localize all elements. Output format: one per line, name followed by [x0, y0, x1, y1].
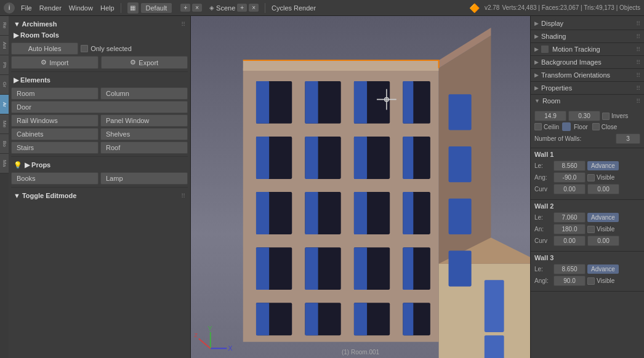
pr-more: ⠿	[636, 85, 640, 92]
top-menu[interactable]: File Render Window Help	[21, 4, 115, 12]
svg-rect-32	[256, 247, 269, 290]
shading-header[interactable]: ▶ Shading ⠿	[531, 30, 644, 42]
lamp-btn[interactable]: Lamp	[100, 172, 188, 185]
tr-tri: ▶	[534, 72, 539, 78]
wall2-le-value[interactable]	[553, 212, 586, 223]
wall3-ang-value[interactable]	[553, 276, 586, 286]
wall1-visible-label: Visible	[597, 174, 614, 181]
side-tab-arch[interactable]: Ar	[0, 95, 9, 114]
room-btn[interactable]: Room	[11, 87, 99, 100]
auto-holes-btn[interactable]: Auto Holes	[11, 42, 78, 55]
wall1-le-value[interactable]	[553, 161, 586, 171]
num-walls-value[interactable]	[616, 133, 640, 144]
motion-tracking-header[interactable]: ▶ Motion Tracking ⠿	[531, 43, 644, 55]
tr-more: ⠿	[636, 72, 640, 79]
display-label: Display	[541, 20, 563, 27]
menu-window[interactable]: Window	[69, 4, 93, 12]
svg-rect-49	[449, 199, 472, 234]
add-scene2-btn[interactable]: +	[237, 4, 247, 12]
wall2-advance-btn[interactable]: Advance	[587, 213, 619, 222]
wall1-curv-val1[interactable]	[553, 184, 586, 194]
add-scene-btn[interactable]: +	[180, 4, 190, 12]
blender-version: v2.78	[485, 4, 499, 11]
only-selected-checkbox[interactable]	[81, 45, 88, 52]
close-scene2-btn[interactable]: ×	[249, 4, 259, 12]
rail-windows-btn[interactable]: Rail Windows	[11, 114, 99, 127]
left-panel: Re Ani Ph Gr Ar Me Bo Ma ▼ Archimesh ⠿ ▶…	[0, 16, 191, 358]
side-tab-manuelb[interactable]: Ma	[0, 154, 9, 173]
side-tab-mea[interactable]: Me	[0, 114, 9, 134]
roof-btn[interactable]: Roof	[100, 141, 188, 154]
side-tab-bool[interactable]: Bo	[0, 134, 9, 154]
wall1-ang-row: Ang: Visible	[534, 172, 640, 183]
properties-header[interactable]: ▶ Properties ⠿	[531, 82, 644, 94]
side-tab-greas[interactable]: Gr	[0, 75, 9, 95]
transform-header[interactable]: ▶ Transform Orientations ⠿	[531, 69, 644, 81]
wall3-advance-btn[interactable]: Advance	[587, 265, 619, 274]
bg-images-section: ▶ Background Images ⠿	[531, 56, 644, 69]
column-btn[interactable]: Column	[100, 87, 188, 100]
svg-rect-51	[485, 280, 504, 332]
door-btn[interactable]: Door	[11, 101, 188, 113]
books-btn[interactable]: Books	[11, 172, 99, 185]
room-options-row: Ceilin Floor Close	[534, 122, 640, 131]
shading-more: ⠿	[636, 33, 640, 40]
menu-render[interactable]: Render	[39, 4, 62, 12]
wall2-curv-val1[interactable]	[553, 236, 586, 246]
side-tab-ani[interactable]: Ani	[0, 36, 9, 55]
room-label: Room	[542, 97, 560, 105]
wall2-curv-row: Curv	[534, 236, 640, 246]
export-btn[interactable]: ⚙ Export	[101, 56, 188, 69]
menu-help[interactable]: Help	[100, 4, 115, 12]
invers-checkbox[interactable]	[602, 113, 610, 120]
wall1-curv-val2[interactable]	[587, 184, 619, 194]
wall1-advance-btn[interactable]: Advance	[587, 161, 619, 170]
wall3-title: Wall 3	[534, 254, 640, 261]
stairs-btn[interactable]: Stairs	[11, 141, 99, 154]
room-section: ▼ Room ⠿ Invers Ceilin Floor	[531, 95, 644, 148]
properties-section: ▶ Properties ⠿	[531, 82, 644, 95]
svg-rect-42	[305, 303, 318, 335]
viewport-info: (1) Room.001	[342, 349, 379, 356]
shading-section: ▶ Shading ⠿	[531, 30, 644, 43]
viewport[interactable]: User Ortho	[191, 16, 530, 358]
wall1-ang-label: Ang:	[534, 174, 552, 181]
close-scene-btn[interactable]: ×	[192, 4, 202, 12]
wall1-curv-label: Curv	[534, 186, 552, 193]
wall3-visible-checkbox[interactable]	[587, 277, 595, 285]
wall1-le-label: Le:	[534, 162, 552, 169]
room-val1[interactable]	[534, 111, 566, 121]
import-btn[interactable]: ⚙ Import	[11, 56, 99, 69]
scene-label: Scene	[216, 4, 235, 12]
wall3-le-value[interactable]	[553, 264, 586, 274]
menu-file[interactable]: File	[21, 4, 32, 12]
export-label: Export	[139, 59, 158, 66]
wall2-section: Wall 2 Le: Advance An: Visible Curv	[531, 200, 644, 252]
wall1-visible-checkbox[interactable]	[587, 174, 595, 181]
side-tab-ph[interactable]: Ph	[0, 55, 9, 75]
mt-tri: ▶	[534, 46, 539, 52]
display-header[interactable]: ▶ Display ⠿	[531, 17, 644, 30]
import-icon: ⚙	[41, 58, 47, 66]
wall2-ang-value[interactable]	[553, 224, 586, 234]
wall3-ang-label: Angl:	[534, 277, 552, 284]
wall2-visible-checkbox[interactable]	[587, 226, 595, 233]
panel-window-btn[interactable]: Panel Window	[100, 114, 188, 127]
wall1-ang-value[interactable]	[553, 172, 586, 183]
num-walls-row: Number of Walls:	[534, 133, 640, 144]
room-header[interactable]: ▼ Room ⠿	[531, 95, 644, 107]
sep2	[11, 156, 188, 157]
side-tab-re[interactable]: Re	[0, 16, 9, 36]
bg-images-header[interactable]: ▶ Background Images ⠿	[531, 56, 644, 68]
ceilin-checkbox[interactable]	[534, 123, 542, 130]
mode-selector[interactable]: Default	[141, 3, 172, 13]
props-section: 💡 ▶ Props	[11, 159, 188, 171]
transform-title: ▶ Transform Orientations	[534, 71, 610, 79]
display-more: ⠿	[636, 20, 640, 27]
room-val2[interactable]	[568, 111, 600, 121]
properties-label: Properties	[541, 84, 572, 92]
cabinets-btn[interactable]: Cabinets	[11, 128, 99, 140]
close-checkbox[interactable]	[592, 123, 600, 130]
shelves-btn[interactable]: Shelves	[100, 128, 188, 140]
wall2-curv-val2[interactable]	[587, 236, 619, 246]
